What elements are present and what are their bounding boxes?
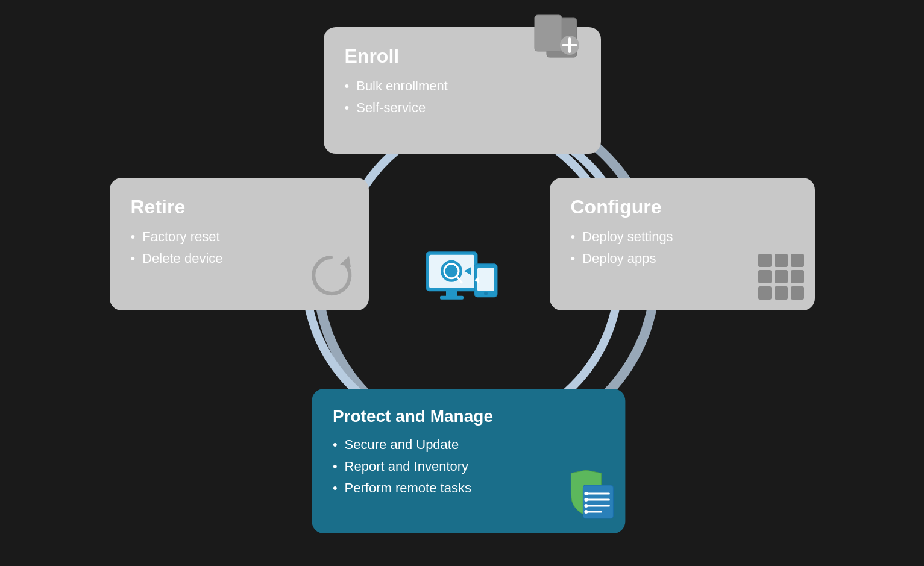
protect-card: Protect and Manage Secure and Update Rep… <box>312 389 625 533</box>
protect-title: Protect and Manage <box>333 407 604 426</box>
svg-point-13 <box>584 498 588 502</box>
center-mdm-icon <box>423 248 501 315</box>
svg-point-27 <box>484 291 488 295</box>
svg-rect-3 <box>535 15 562 51</box>
enroll-item-1: Bulk enrollment <box>345 78 580 94</box>
svg-point-12 <box>584 492 588 495</box>
protect-item-1: Secure and Update <box>333 437 604 453</box>
diagram-container: Enroll Bulk enrollment Self-service Conf… <box>101 18 824 549</box>
retire-card: Retire Factory reset Delete device <box>110 178 369 310</box>
svg-rect-24 <box>440 295 464 299</box>
enroll-icon <box>529 12 586 63</box>
enroll-item-2: Self-service <box>345 100 580 116</box>
enroll-card: Enroll Bulk enrollment Self-service <box>324 27 601 154</box>
configure-title: Configure <box>571 196 794 218</box>
svg-point-14 <box>584 504 588 508</box>
svg-marker-16 <box>340 256 351 267</box>
configure-grid-icon <box>758 254 804 300</box>
retire-title: Retire <box>131 196 348 218</box>
svg-rect-7 <box>583 485 613 518</box>
protect-icon <box>550 467 616 524</box>
retire-item-1: Factory reset <box>131 229 348 245</box>
retire-icon <box>306 250 357 301</box>
svg-point-15 <box>584 510 588 514</box>
svg-rect-26 <box>477 268 494 291</box>
configure-item-1: Deploy settings <box>571 229 794 245</box>
enroll-list: Bulk enrollment Self-service <box>345 78 580 116</box>
configure-card: Configure Deploy settings Deploy apps <box>550 178 815 310</box>
